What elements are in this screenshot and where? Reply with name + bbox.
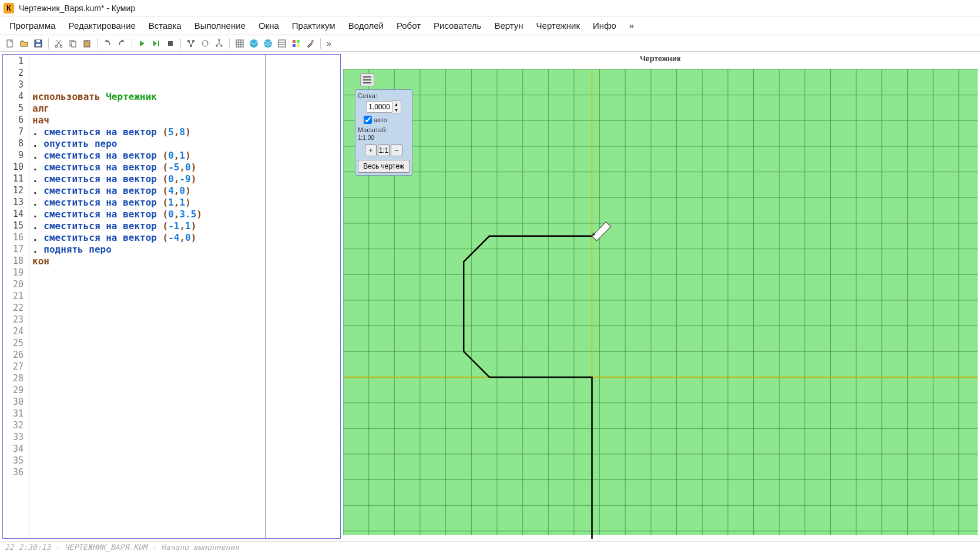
svg-rect-10 <box>158 41 159 46</box>
code-line[interactable]: . сместиться на вектор (1,1) <box>32 197 338 209</box>
open-button[interactable] <box>18 37 31 50</box>
menu-Чертежник[interactable]: Чертежник <box>531 18 586 33</box>
code-line[interactable]: . сместиться на вектор (-1,1) <box>32 220 338 232</box>
waves-button[interactable] <box>247 37 260 50</box>
code-line[interactable]: . сместиться на вектор (0,-9) <box>32 173 338 185</box>
menu-Вставка[interactable]: Вставка <box>143 18 187 33</box>
branch-button[interactable] <box>213 37 226 50</box>
grid-spin-up[interactable]: ▲ <box>392 101 401 107</box>
zoom-out-button[interactable]: − <box>391 145 402 156</box>
svg-rect-26 <box>297 44 300 47</box>
menu-Инфо[interactable]: Инфо <box>587 18 622 33</box>
toolbar-more[interactable]: » <box>324 39 334 48</box>
line-number: 11 <box>3 173 29 185</box>
code-line[interactable]: . сместиться на вектор (5,8) <box>32 126 338 138</box>
code-line[interactable]: . сместиться на вектор (0,1) <box>32 150 338 162</box>
svg-point-16 <box>219 39 220 41</box>
drawing-svg <box>343 66 978 539</box>
svg-rect-2 <box>36 40 40 42</box>
auto-checkbox[interactable] <box>364 116 372 124</box>
paste-button[interactable] <box>80 37 93 50</box>
menu-Выполнение[interactable]: Выполнение <box>189 18 251 33</box>
grid-spinner[interactable]: ▲ ▼ <box>358 100 410 113</box>
struct-button[interactable] <box>184 37 197 50</box>
code-line[interactable]: нач <box>32 115 338 126</box>
line-number: 26 <box>3 350 29 361</box>
line-number: 6 <box>3 115 29 126</box>
cycle-button[interactable] <box>199 37 212 50</box>
fit-whole-button[interactable]: Весь чертеж <box>358 160 410 173</box>
code-line[interactable]: . сместиться на вектор (-4,0) <box>32 232 338 244</box>
undo-button[interactable] <box>101 37 114 50</box>
title-bar: К Чертежник_Варя.kum* - Кумир <box>0 0 980 16</box>
line-number: 34 <box>3 444 29 455</box>
grid-button[interactable] <box>233 37 246 50</box>
line-number: 20 <box>3 279 29 291</box>
menu-Окна[interactable]: Окна <box>253 18 285 33</box>
line-gutter: 1234567891011121314151617181920212223242… <box>3 55 30 538</box>
code-line[interactable]: . опустить перо <box>32 138 338 150</box>
menu-Программа[interactable]: Программа <box>4 18 62 33</box>
menu-Практикум[interactable]: Практикум <box>286 18 341 33</box>
menu-Вертун[interactable]: Вертун <box>488 18 529 33</box>
line-number: 4 <box>3 91 29 103</box>
menu-Редактирование[interactable]: Редактирование <box>63 18 142 33</box>
svg-rect-28 <box>343 69 978 535</box>
stop-button[interactable] <box>164 37 177 50</box>
line-number: 21 <box>3 291 29 303</box>
status-bar: 22 2:30:13 - ЧЕРТЕЖНИК_ВАРЯ.KUM - Начало… <box>0 541 980 554</box>
menu-Водолей[interactable]: Водолей <box>343 18 390 33</box>
code-line[interactable]: алг <box>32 103 338 115</box>
editor-pane: 1234567891011121314151617181920212223242… <box>2 54 341 539</box>
svg-point-15 <box>202 41 208 46</box>
window-title: Чертежник_Варя.kum* - Кумир <box>19 4 135 13</box>
cells-button[interactable] <box>290 37 303 50</box>
line-number: 5 <box>3 103 29 115</box>
svg-point-20 <box>250 39 258 48</box>
copy-button[interactable] <box>66 37 79 50</box>
line-number: 32 <box>3 420 29 432</box>
line-number: 12 <box>3 185 29 197</box>
code-line[interactable]: . сместиться на вектор (4,0) <box>32 185 338 197</box>
menu-»[interactable]: » <box>623 18 640 33</box>
step-button[interactable] <box>150 37 163 50</box>
grid-value-input[interactable] <box>367 101 392 113</box>
zoom-in-button[interactable]: + <box>365 145 377 156</box>
scale-label: Масштаб: <box>358 126 410 133</box>
grid-spin-down[interactable]: ▼ <box>392 107 401 113</box>
code-line[interactable]: . сместиться на вектор (-5,0) <box>32 162 338 173</box>
canvas-title: Чертежник <box>343 54 978 66</box>
code-line[interactable]: . поднять перо <box>32 244 338 256</box>
canvas-pane: Чертежник Сетка: ▲ ▼ авто Масштаб: <box>343 54 978 539</box>
line-number: 28 <box>3 373 29 385</box>
svg-rect-9 <box>86 40 88 42</box>
line-number: 1 <box>3 56 29 68</box>
line-number: 31 <box>3 408 29 420</box>
code-line[interactable]: использовать Чертежник <box>32 91 338 103</box>
run-button[interactable] <box>136 37 149 50</box>
drawing-canvas[interactable]: Сетка: ▲ ▼ авто Масштаб: 1:1.00 + 1:1 <box>343 66 978 539</box>
code-line[interactable]: кон <box>32 256 338 267</box>
menu-Робот[interactable]: Робот <box>391 18 427 33</box>
line-number: 30 <box>3 397 29 408</box>
save-button[interactable] <box>32 37 45 50</box>
tool-button[interactable] <box>304 37 317 50</box>
svg-rect-22 <box>278 40 286 47</box>
zoom-reset-button[interactable]: 1:1 <box>378 145 390 156</box>
toolbar: » <box>0 35 980 52</box>
line-number: 19 <box>3 267 29 279</box>
line-number: 15 <box>3 220 29 232</box>
menu-Рисователь[interactable]: Рисователь <box>428 18 487 33</box>
line-number: 25 <box>3 338 29 350</box>
line-number: 22 <box>3 303 29 314</box>
line-number: 8 <box>3 138 29 150</box>
new-button[interactable] <box>4 37 16 50</box>
panel-menu-button[interactable] <box>360 73 374 86</box>
svg-rect-24 <box>297 40 300 43</box>
waves2-button[interactable] <box>261 37 274 50</box>
code-line[interactable]: . сместиться на вектор (0,3.5) <box>32 209 338 220</box>
redo-button[interactable] <box>115 37 128 50</box>
rows-button[interactable] <box>276 37 288 50</box>
cut-button[interactable] <box>52 37 65 50</box>
code-editor[interactable]: использовать Чертежникалгнач. сместиться… <box>30 55 340 538</box>
